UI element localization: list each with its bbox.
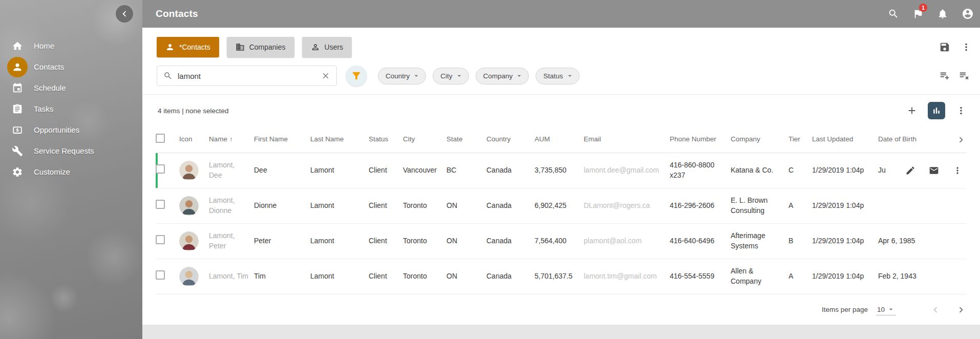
- table-row[interactable]: Lamont, Peter Peter Lamont Client Toront…: [156, 224, 967, 259]
- column-header-state[interactable]: State: [446, 135, 486, 144]
- sidebar-item-schedule[interactable]: Schedule: [0, 77, 142, 98]
- column-header-phone[interactable]: Phone Number: [670, 135, 731, 144]
- pagination-bar: Items per page 10: [156, 294, 967, 325]
- column-header-date-of-birth[interactable]: Date of Birth: [878, 135, 948, 144]
- column-header-tier[interactable]: Tier: [789, 135, 812, 144]
- search-input[interactable]: [178, 72, 316, 80]
- select-all-checkbox[interactable]: [156, 134, 165, 143]
- tab-label: *Contacts: [179, 43, 210, 51]
- items-per-page-value: 10: [877, 306, 885, 313]
- more-vert-icon[interactable]: [961, 41, 972, 53]
- cell-state: ON: [446, 236, 486, 246]
- clear-search-icon[interactable]: [321, 71, 330, 80]
- previous-page-icon[interactable]: [930, 304, 941, 315]
- search-icon[interactable]: [888, 8, 899, 19]
- tab-users[interactable]: Users: [302, 37, 352, 57]
- items-per-page-select[interactable]: 10: [876, 304, 896, 315]
- flag-icon[interactable]: 1: [912, 8, 924, 19]
- next-page-icon[interactable]: [955, 304, 967, 315]
- filter-funnel-button[interactable]: [346, 66, 367, 86]
- clipboard-tasks-icon: [7, 99, 28, 119]
- cell-phone: 416-640-6496: [670, 236, 731, 246]
- table-header-row: Icon Name↑ First Name Last Name Status C…: [156, 126, 967, 153]
- cell-last-name: Lamont: [310, 271, 369, 282]
- column-header-last-updated[interactable]: Last Updated: [812, 135, 878, 144]
- tab-contacts[interactable]: *Contacts: [157, 37, 219, 57]
- cell-aum: 3,735,850: [535, 165, 584, 176]
- scroll-columns-right-icon[interactable]: [948, 134, 967, 145]
- main-area: Contacts 1 *Contacts: [142, 0, 980, 339]
- edit-pencil-icon[interactable]: [905, 165, 915, 176]
- cell-status: Client: [369, 271, 403, 282]
- column-header-country[interactable]: Country: [486, 135, 535, 144]
- more-vert-icon[interactable]: [952, 165, 963, 176]
- tab-companies[interactable]: Companies: [227, 37, 294, 57]
- cell-company: Allen & Company: [731, 266, 789, 286]
- column-header-last-name[interactable]: Last Name: [310, 135, 369, 144]
- cell-date-of-birth: Feb 2, 1943: [878, 271, 948, 282]
- cell-last-updated: 1/29/2019 1:04p: [812, 271, 878, 282]
- contact-avatar: [179, 267, 199, 286]
- sidebar-item-opportunities[interactable]: $ Opportunities: [0, 119, 142, 140]
- column-header-company[interactable]: Company: [731, 135, 789, 144]
- save-icon[interactable]: [939, 41, 950, 53]
- top-app-bar: Contacts 1: [142, 0, 980, 28]
- sidebar-item-tasks[interactable]: Tasks: [0, 98, 142, 119]
- filter-chip-city[interactable]: City: [433, 68, 468, 84]
- sort-ascending-icon: ↑: [229, 135, 233, 143]
- column-header-status[interactable]: Status: [369, 135, 403, 144]
- account-icon[interactable]: [962, 8, 974, 20]
- sidebar-item-label: Contacts: [34, 62, 64, 71]
- column-header-email[interactable]: Email: [584, 135, 670, 144]
- add-icon[interactable]: [906, 105, 918, 116]
- cell-tier: A: [789, 201, 812, 211]
- filter-chip-company[interactable]: Company: [476, 68, 529, 84]
- row-checkbox[interactable]: [156, 235, 165, 244]
- tabs-actions: [939, 41, 972, 53]
- chip-label: Company: [483, 72, 513, 80]
- sidebar-item-service-requests[interactable]: Service Requests: [0, 140, 142, 161]
- column-header-icon[interactable]: Icon: [179, 135, 209, 144]
- row-checkbox[interactable]: [156, 200, 165, 209]
- filter-chip-status[interactable]: Status: [536, 68, 579, 84]
- cell-first-name: Peter: [254, 236, 310, 246]
- wrench-icon: [7, 141, 28, 161]
- column-header-name[interactable]: Name↑: [209, 135, 254, 144]
- filter-chip-country[interactable]: Country: [378, 68, 426, 84]
- cell-country: Canada: [486, 201, 535, 211]
- column-header-aum[interactable]: AUM: [535, 135, 584, 144]
- column-header-first-name[interactable]: First Name: [254, 135, 310, 144]
- tab-label: Companies: [249, 43, 286, 51]
- sidebar-item-home[interactable]: Home: [0, 35, 142, 56]
- person-icon: [7, 57, 28, 77]
- cell-phone: 416-860-8800 x237: [670, 160, 731, 180]
- chart-view-button[interactable]: [928, 102, 945, 119]
- cell-name: Lamont, Tim: [209, 271, 254, 282]
- cell-tier: A: [789, 271, 812, 282]
- more-vert-icon[interactable]: [955, 105, 967, 116]
- person-icon: [165, 43, 175, 52]
- row-checkbox[interactable]: [156, 270, 165, 280]
- dollar-card-icon: $: [7, 120, 28, 140]
- playlist-clear-icon[interactable]: [958, 70, 970, 81]
- table-row[interactable]: Lamont, Dee Dee Lamont Client Vancouver …: [156, 153, 967, 188]
- row-checkbox[interactable]: [156, 164, 165, 174]
- table-row[interactable]: Lamont, Tim Tim Lamont Client Toronto ON…: [156, 259, 967, 294]
- cell-email: lamont.dee@gmail.com: [584, 165, 670, 176]
- column-header-city[interactable]: City: [403, 135, 446, 144]
- contacts-panel: *Contacts Companies Users: [142, 28, 980, 325]
- page-background: [142, 325, 980, 339]
- notification-badge: 1: [919, 4, 927, 12]
- email-envelope-icon[interactable]: [929, 165, 939, 176]
- sidebar-item-label: Home: [34, 41, 54, 50]
- sidebar-item-contacts[interactable]: Contacts: [0, 56, 142, 77]
- page-title: Contacts: [156, 8, 198, 19]
- playlist-add-icon[interactable]: [939, 70, 950, 81]
- sidebar-item-customize[interactable]: Customize: [0, 161, 142, 182]
- bell-icon[interactable]: [937, 8, 948, 19]
- sidebar-collapse-button[interactable]: [116, 5, 133, 23]
- cell-tier: C: [789, 165, 812, 176]
- table-row[interactable]: Lamont, Dionne Dionne Lamont Client Toro…: [156, 188, 967, 224]
- selection-summary-row: 4 items | none selected: [156, 95, 967, 126]
- cell-name: Lamont, Dee: [209, 160, 254, 180]
